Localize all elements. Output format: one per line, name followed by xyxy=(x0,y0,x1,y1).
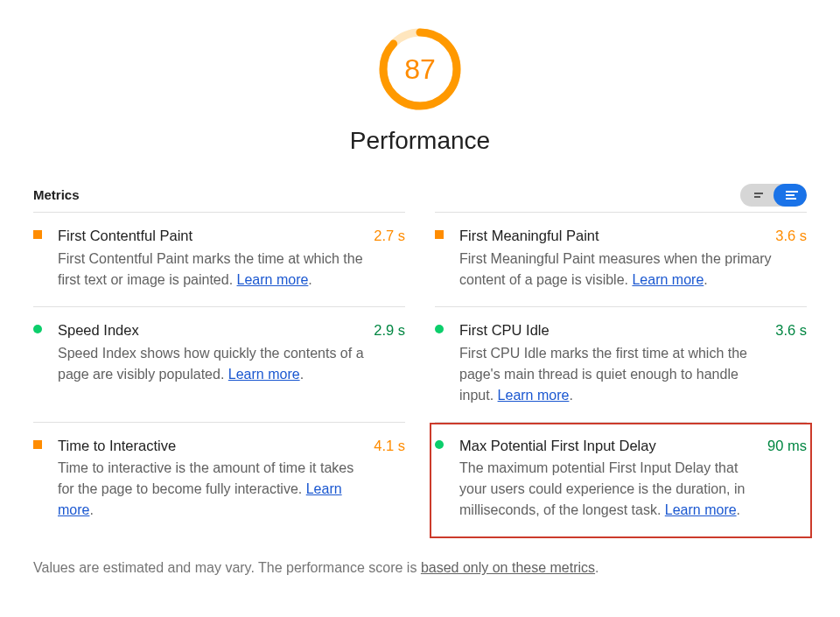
metric-description: The maximum potential First Input Delay … xyxy=(459,458,764,521)
learn-more-link[interactable]: Learn more xyxy=(237,272,309,287)
learn-more-link[interactable]: Learn more xyxy=(498,388,570,403)
metric-description: First CPU Idle marks the first time at w… xyxy=(459,343,772,406)
metric-title: Time to Interactive xyxy=(58,435,370,457)
metric-body: First CPU IdleFirst CPU Idle marks the f… xyxy=(459,319,772,406)
score-value: 87 xyxy=(377,26,463,112)
performance-header: 87 Performance xyxy=(33,16,807,159)
status-average-icon xyxy=(435,230,444,239)
toggle-compact-button[interactable] xyxy=(740,184,774,207)
status-good-icon xyxy=(435,440,444,449)
metric-body: Speed IndexSpeed Index shows how quickly… xyxy=(58,319,370,406)
page-title: Performance xyxy=(350,123,490,159)
metric-description-text: First Contentful Paint marks the time at… xyxy=(58,251,363,287)
metric-title: First Contentful Paint xyxy=(58,225,370,247)
footnote-link[interactable]: based only on these metrics xyxy=(421,560,595,575)
compact-icon xyxy=(751,193,763,198)
metric-value: 90 ms xyxy=(767,435,807,522)
detailed-icon xyxy=(782,191,798,200)
metric-description: First Meaningful Paint measures when the… xyxy=(459,249,772,291)
metric-row: First CPU IdleFirst CPU Idle marks the f… xyxy=(435,306,807,422)
metric-description: First Contentful Paint marks the time at… xyxy=(58,249,370,291)
metric-body: Max Potential First Input DelayThe maxim… xyxy=(459,435,764,522)
status-average-icon xyxy=(33,230,42,239)
metric-row: First Meaningful PaintFirst Meaningful P… xyxy=(435,212,807,306)
metric-body: First Meaningful PaintFirst Meaningful P… xyxy=(459,225,772,291)
toggle-detailed-button[interactable] xyxy=(774,184,807,207)
view-toggle xyxy=(740,184,807,207)
metric-description: Speed Index shows how quickly the conten… xyxy=(58,343,370,385)
metrics-label: Metrics xyxy=(33,186,80,206)
footnote-suffix: . xyxy=(595,560,598,575)
metric-title: First Meaningful Paint xyxy=(459,225,772,247)
score-gauge: 87 xyxy=(377,26,463,112)
metric-title: First CPU Idle xyxy=(459,319,772,341)
metric-value: 4.1 s xyxy=(374,435,405,522)
metrics-header-row: Metrics xyxy=(33,184,807,207)
metric-row: Time to InteractiveTime to interactive i… xyxy=(33,422,405,537)
metric-value: 3.6 s xyxy=(775,319,807,406)
metric-row: First Contentful PaintFirst Contentful P… xyxy=(33,212,405,306)
learn-more-link[interactable]: Learn more xyxy=(632,272,704,287)
status-good-icon xyxy=(33,325,42,333)
metric-row: Speed IndexSpeed Index shows how quickly… xyxy=(33,306,405,422)
metric-value: 3.6 s xyxy=(775,225,807,291)
learn-more-link[interactable]: Learn more xyxy=(228,367,300,382)
status-good-icon xyxy=(435,325,444,333)
metric-description-text: First Meaningful Paint measures when the… xyxy=(459,251,772,287)
status-average-icon xyxy=(33,440,42,449)
metrics-grid: First Contentful PaintFirst Contentful P… xyxy=(33,212,807,536)
footnote-prefix: Values are estimated and may vary. The p… xyxy=(33,560,421,575)
metric-value: 2.9 s xyxy=(374,319,405,406)
metric-value: 2.7 s xyxy=(374,225,405,291)
metric-description-text: Speed Index shows how quickly the conten… xyxy=(58,346,364,382)
metric-title: Speed Index xyxy=(58,319,370,341)
metric-body: First Contentful PaintFirst Contentful P… xyxy=(58,225,370,291)
metric-row: Max Potential First Input DelayThe maxim… xyxy=(435,422,807,537)
metric-title: Max Potential First Input Delay xyxy=(459,435,764,457)
metric-body: Time to InteractiveTime to interactive i… xyxy=(58,435,370,522)
footnote: Values are estimated and may vary. The p… xyxy=(33,557,807,578)
metric-description: Time to interactive is the amount of tim… xyxy=(58,458,370,521)
learn-more-link[interactable]: Learn more xyxy=(665,502,737,517)
